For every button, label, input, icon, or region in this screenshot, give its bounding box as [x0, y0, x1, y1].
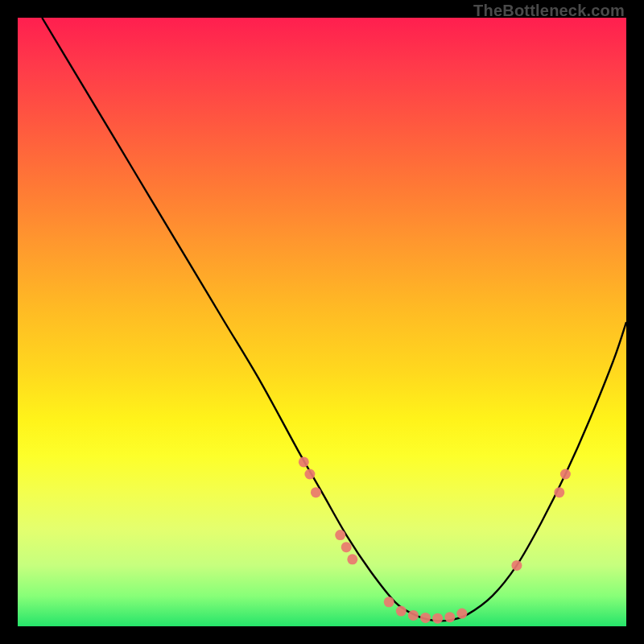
- marker-trough-4: [420, 613, 431, 623]
- marker-left-cluster-2: [304, 469, 315, 480]
- marker-right-cluster-2: [554, 487, 564, 497]
- marker-left-cluster-3: [311, 487, 321, 497]
- marker-left-cluster-1: [299, 456, 309, 467]
- bottleneck-curve-line: [42, 18, 626, 621]
- marker-left-cluster-6: [347, 554, 357, 564]
- marker-right-cluster-1: [511, 560, 522, 571]
- bottleneck-chart: [18, 18, 626, 626]
- marker-trough-6: [444, 612, 455, 622]
- marker-trough-2: [396, 606, 407, 617]
- marker-right-cluster-3: [560, 469, 571, 480]
- marker-left-cluster-4: [335, 530, 345, 540]
- marker-left-cluster-5: [341, 542, 352, 552]
- data-markers: [299, 456, 571, 623]
- chart-frame: [18, 18, 626, 626]
- marker-trough-5: [432, 613, 443, 624]
- marker-trough-3: [408, 610, 419, 621]
- marker-trough-7: [456, 609, 467, 619]
- marker-trough-1: [384, 597, 394, 607]
